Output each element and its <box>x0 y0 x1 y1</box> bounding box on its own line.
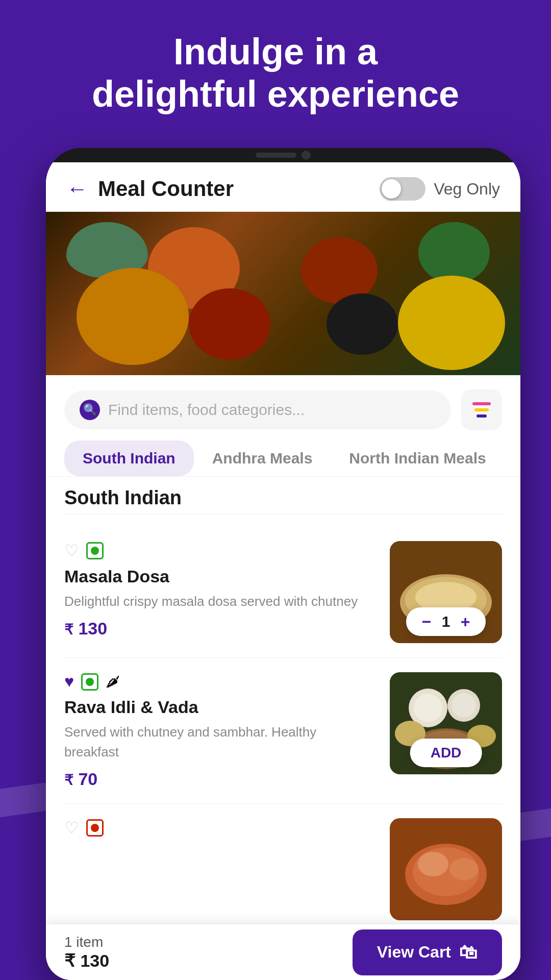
food-desc-2: Served with chutney and sambhar. Healthy… <box>64 722 374 762</box>
third-item-img <box>390 818 502 920</box>
veg-only-label: Veg Only <box>434 180 500 199</box>
app-header: ← Meal Counter Veg Only <box>46 162 520 212</box>
veg-toggle-area: Veg Only <box>380 177 500 201</box>
food-image-3 <box>390 818 502 920</box>
view-cart-label: View Cart <box>377 943 451 962</box>
camera-dot <box>302 151 311 160</box>
svg-point-19 <box>418 852 448 876</box>
food-image-container-3 <box>390 818 502 920</box>
food-item-rava-idli: ♥ 🌶 Rava Idli & Vada Served with chutney… <box>64 658 502 804</box>
category-tabs: South Indian Andhra Meals North Indian M… <box>46 440 520 477</box>
food-item-third: ♡ <box>64 804 502 920</box>
food-name-1: Masala Dosa <box>64 567 374 586</box>
tagline-line2: delightful experience <box>41 73 510 115</box>
veg-badge-1 <box>86 542 104 559</box>
favorite-icon-2[interactable]: ♥ <box>64 672 74 691</box>
price-value-1: 130 <box>78 619 107 638</box>
add-button-2[interactable]: ADD <box>410 739 482 767</box>
food-bowl-5 <box>77 268 189 365</box>
favorite-icon-1[interactable]: ♡ <box>64 541 79 560</box>
speaker <box>256 153 296 158</box>
food-badges-2: ♥ 🌶 <box>64 672 374 691</box>
veg-badge-2 <box>81 673 98 691</box>
food-item-masala-dosa: ♡ Masala Dosa Delightful crispy masala d… <box>64 527 502 658</box>
favorite-icon-3[interactable]: ♡ <box>64 818 79 838</box>
page-title: Meal Counter <box>98 177 234 201</box>
nonveg-dot-3 <box>91 824 99 832</box>
food-badges-3: ♡ <box>64 818 374 838</box>
non-veg-badge-3 <box>86 819 104 837</box>
svg-point-10 <box>414 694 442 722</box>
cart-info: 1 item ₹ 130 <box>64 934 340 971</box>
food-bowl-7 <box>327 293 398 355</box>
veg-dot-2 <box>86 678 94 686</box>
food-bowl-6 <box>189 288 270 360</box>
food-details-third: ♡ <box>64 818 390 844</box>
app-screen: ← Meal Counter Veg Only 🔍 <box>46 162 520 980</box>
section-content: South Indian ♡ Masala Dosa Delightful cr… <box>46 477 520 980</box>
svg-point-20 <box>449 858 478 880</box>
filter-line-3 <box>477 414 487 418</box>
spicy-icon-2: 🌶 <box>106 673 120 690</box>
section-title: South Indian <box>64 487 502 514</box>
filter-line-2 <box>474 408 489 411</box>
food-details-masala-dosa: ♡ Masala Dosa Delightful crispy masala d… <box>64 541 390 639</box>
food-details-rava-idli: ♥ 🌶 Rava Idli & Vada Served with chutney… <box>64 672 390 789</box>
food-image-container-1: − 1 + <box>390 541 502 643</box>
rupee-symbol-2: ₹ <box>64 772 73 788</box>
food-desc-1: Delightful crispy masala dosa served wit… <box>64 592 374 611</box>
price-value-2: 70 <box>78 769 97 789</box>
search-box[interactable]: 🔍 Find items, food categories... <box>64 390 451 429</box>
tab-north-indian[interactable]: North Indian Meals <box>331 440 504 476</box>
tagline-line1: Indulge in a <box>41 31 510 73</box>
qty-increase-1[interactable]: + <box>455 611 475 632</box>
qty-decrease-1[interactable]: − <box>416 611 437 632</box>
hero-image <box>46 212 520 375</box>
cart-item-count: 1 item <box>64 934 340 950</box>
cart-bar: 1 item ₹ 130 View Cart 🛍 <box>46 924 520 980</box>
food-bowl-4 <box>418 222 490 283</box>
camera-area <box>46 148 520 162</box>
veg-dot-1 <box>91 547 99 555</box>
view-cart-button[interactable]: View Cart 🛍 <box>353 929 502 975</box>
rupee-symbol-1: ₹ <box>64 622 73 638</box>
veg-only-toggle[interactable] <box>380 177 425 201</box>
filter-button[interactable] <box>461 389 502 430</box>
back-button[interactable]: ← <box>66 177 88 201</box>
filter-line-1 <box>472 402 491 405</box>
svg-point-11 <box>452 693 476 718</box>
food-price-1: ₹ 130 <box>64 619 374 639</box>
food-name-2: Rava Idli & Vada <box>64 697 374 717</box>
phone-frame: ← Meal Counter Veg Only 🔍 <box>46 148 520 980</box>
toggle-knob <box>382 179 401 199</box>
search-placeholder: Find items, food categories... <box>108 401 305 419</box>
qty-control-1: − 1 + <box>406 607 486 636</box>
filter-icon <box>472 402 491 418</box>
food-bowl-8 <box>398 276 505 370</box>
search-icon: 🔍 <box>80 400 100 420</box>
cart-bag-icon: 🛍 <box>459 942 478 963</box>
app-tagline: Indulge in a delightful experience <box>0 31 551 115</box>
search-area: 🔍 Find items, food categories... <box>46 375 520 440</box>
qty-value-1: 1 <box>437 613 455 630</box>
food-price-2: ₹ 70 <box>64 769 374 789</box>
header-left: ← Meal Counter <box>66 177 234 201</box>
tab-andhra-meals[interactable]: Andhra Meals <box>194 440 331 476</box>
food-image-container-2: ADD <box>390 672 502 774</box>
food-badges-1: ♡ <box>64 541 374 560</box>
tab-south-indian[interactable]: South Indian <box>64 440 194 476</box>
cart-total: ₹ 130 <box>64 950 340 971</box>
